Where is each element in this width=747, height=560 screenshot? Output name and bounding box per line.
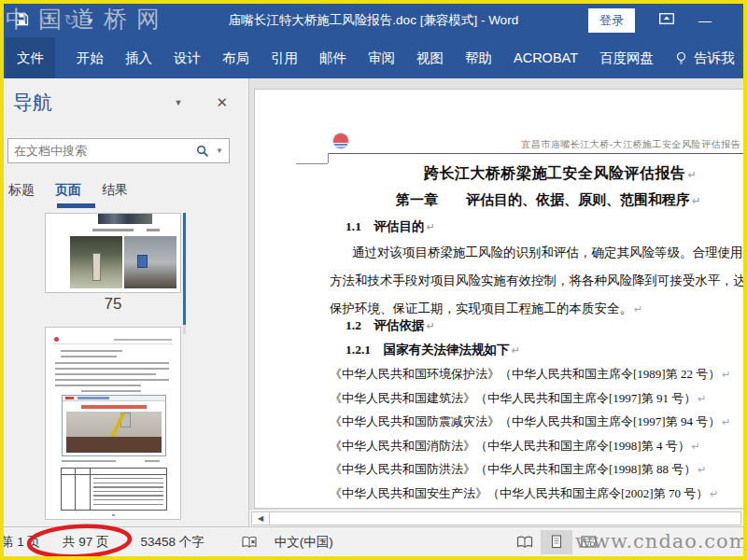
tab-help[interactable]: 帮助	[465, 49, 492, 67]
web-layout-button[interactable]	[572, 530, 604, 554]
word-window: ↺ ↻ ▾ 庙嘴长江特大桥施工风险报告.doc [兼容模式] - Word 登录…	[0, 0, 747, 560]
tab-mailings[interactable]: 邮件	[319, 49, 346, 67]
nav-pane-options-icon[interactable]: ▼	[175, 98, 183, 107]
ribbon-display-options-icon[interactable]	[659, 12, 674, 29]
thumbnail-screenshot	[62, 395, 166, 456]
law-item: 《中华人民共和国环境保护法》（中华人民共和国主席令[1989]第 22 号）↵	[330, 363, 743, 387]
quick-access-toolbar: ↺ ↻ ▾	[4, 12, 92, 30]
thumbnail-page-number: 75	[45, 295, 181, 314]
tell-me-box[interactable]: 告诉我	[675, 49, 735, 67]
law-item: 《中华人民共和国安生产法》（中华人民共和国主席令[2002]第 70 号）↵	[330, 483, 743, 507]
tab-view[interactable]: 视图	[416, 49, 444, 67]
minimize-icon[interactable]: —	[698, 13, 712, 28]
document-search-box[interactable]: ▼	[7, 138, 230, 163]
qat-customize-icon[interactable]: ▾	[88, 15, 93, 27]
document-title: 跨长江大桥桥梁施工安全风险评估报告↵	[424, 164, 697, 184]
thumbnail-photo	[124, 236, 176, 288]
ribbon-tab-bar: 文件 开始 插入 设计 布局 引用 邮件 审阅 视图 帮助 ACROBAT 百度…	[4, 37, 743, 78]
save-icon[interactable]	[15, 12, 29, 30]
section-heading-1-1: 1.1 评估目的↵	[345, 218, 435, 235]
page-header-text: 宜昌市庙嘴长江大桥-大江桥施工安全风险评估报告	[521, 138, 740, 151]
thumbnail-photo	[70, 236, 122, 288]
navigation-pane: 导航 ▼ ✕ ▼ 标题 页面 结果 7	[4, 78, 248, 526]
search-input[interactable]	[14, 144, 196, 158]
total-pages-indicator[interactable]: 共 97 页	[63, 534, 109, 551]
tab-review[interactable]: 审阅	[368, 49, 395, 67]
tell-me-label: 告诉我	[694, 49, 735, 67]
search-icon[interactable]	[196, 145, 209, 158]
title-bar: ↺ ↻ ▾ 庙嘴长江特大桥施工风险报告.doc [兼容模式] - Word 登录…	[4, 4, 743, 37]
tab-baidu-netdisk[interactable]: 百度网盘	[599, 49, 654, 67]
scroll-left-icon: ◀	[258, 514, 263, 523]
law-list: 《中华人民共和国环境保护法》（中华人民共和国主席令[1989]第 22 号）↵ …	[330, 363, 743, 509]
scroll-left-button[interactable]: ◀	[251, 511, 270, 525]
nav-active-tab-indicator	[57, 203, 95, 208]
thumbnail-logo	[54, 337, 59, 342]
tab-file[interactable]: 文件	[6, 37, 55, 78]
page-indicator[interactable]: 第 1 页	[1, 534, 40, 551]
thumbnail-photo	[98, 214, 152, 224]
law-item: 《中华人民共和国防洪法》（中华人民共和国主席令[1998]第 88 号）↵	[330, 458, 743, 483]
thumbnail-table	[61, 468, 167, 511]
nav-tab-results[interactable]: 结果	[102, 182, 128, 199]
read-mode-button[interactable]	[509, 530, 541, 554]
law-item: 《中华人民共和国消防法》（中华人民共和国主席令[1998]第 4 号）↵	[330, 435, 743, 459]
tab-layout[interactable]: 布局	[222, 49, 249, 67]
search-options-caret-icon[interactable]: ▼	[216, 147, 223, 155]
page-thumbnail-75[interactable]	[45, 213, 181, 293]
thumbnail-caption-line	[92, 229, 134, 231]
horizontal-scrollbar-track[interactable]	[270, 511, 741, 525]
main-area: 导航 ▼ ✕ ▼ 标题 页面 结果 7	[4, 78, 743, 526]
status-bar: 第 1 页 共 97 页 53458 个字 中文(中国)	[4, 526, 743, 556]
horizontal-scrollbar[interactable]: ◀	[249, 509, 743, 526]
tab-home[interactable]: 开始	[77, 49, 104, 67]
thumbnail-caption-line	[147, 229, 160, 231]
language-indicator[interactable]: 中文(中国)	[275, 534, 333, 551]
tab-design[interactable]: 设计	[174, 49, 201, 67]
section-heading-1-2: 1.2 评估依据↵	[345, 317, 435, 334]
tab-acrobat[interactable]: ACROBAT	[514, 50, 578, 65]
document-page[interactable]: 宜昌市庙嘴长江大桥-大江桥施工安全风险评估报告 跨长江大桥桥梁施工安全风险评估报…	[254, 89, 743, 509]
body-paragraph: 通过对该项目桥梁施工风险的识别和评估，确定其风险等级。合理使用各种管理 方法和技…	[330, 239, 743, 324]
tab-references[interactable]: 引用	[271, 49, 298, 67]
redo-icon[interactable]: ↻	[63, 13, 76, 28]
sign-in-button[interactable]: 登录	[588, 8, 635, 33]
nav-tab-headings[interactable]: 标题	[8, 182, 35, 199]
page-thumbnail-76[interactable]	[45, 327, 181, 520]
print-layout-button[interactable]	[541, 530, 572, 554]
undo-icon[interactable]: ↺	[40, 13, 52, 28]
document-area: 宜昌市庙嘴长江大桥-大江桥施工安全风险评估报告 跨长江大桥桥梁施工安全风险评估报…	[249, 78, 743, 526]
chapter-heading: 第一章 评估目的、依据、原则、范围和程序↵	[396, 191, 700, 209]
law-item: 《中华人民共和国建筑法》（中华人民共和国主席令[1997]第 91 号）↵	[330, 387, 743, 412]
proofing-errors-icon[interactable]	[242, 536, 258, 549]
nav-tab-pages[interactable]: 页面	[55, 182, 81, 199]
view-switcher	[509, 527, 604, 556]
law-item: 《中华人民共和国防震减灾法》（中华人民共和国主席令[1997]第 94 号）↵	[330, 411, 743, 435]
nav-pane-tabs: 标题 页面 结果	[8, 182, 128, 199]
thumbnail-photo-barge	[66, 412, 162, 453]
title-bar-controls: 登录 —	[588, 4, 712, 37]
section-heading-1-2-1: 1.2.1 国家有关法律法规如下↵	[345, 342, 520, 358]
nav-scrollbar-thumb[interactable]	[183, 213, 186, 325]
lightbulb-icon	[675, 51, 687, 65]
word-count[interactable]: 53458 个字	[141, 534, 204, 551]
navigation-pane-title: 导航	[13, 90, 52, 116]
company-logo	[332, 133, 349, 149]
tab-insert[interactable]: 插入	[125, 49, 152, 67]
nav-pane-close-icon[interactable]: ✕	[216, 94, 228, 111]
nav-pane-scrollbar[interactable]	[183, 213, 186, 334]
